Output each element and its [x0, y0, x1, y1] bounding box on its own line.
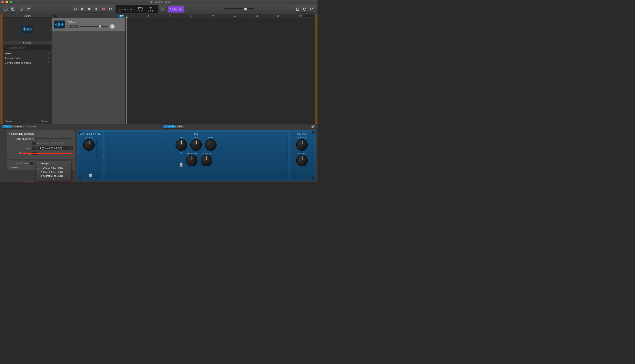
ambience-knob[interactable] — [296, 139, 308, 151]
library-toggle-button[interactable] — [2, 6, 9, 12]
category-electric-guitar-bass[interactable]: Electric Guitar and Bass — [3, 60, 52, 65]
bar-value: 1 — [124, 6, 126, 11]
window-minimize-button[interactable] — [6, 1, 8, 3]
quick-help-button[interactable]: ? — [9, 6, 16, 12]
horizontal-zoom-scroll[interactable] — [299, 15, 314, 17]
master-tab[interactable]: Master — [12, 125, 24, 128]
track-master-segment: Track Master — [2, 125, 24, 128]
track-volume-slider[interactable] — [80, 26, 108, 27]
window-title: Untitled - Tracks — [12, 1, 310, 4]
window-zoom-button[interactable] — [10, 1, 12, 3]
svg-point-6 — [21, 9, 22, 10]
svg-rect-8 — [88, 8, 90, 10]
chevron-right-icon — [48, 53, 50, 54]
edit-button[interactable] — [310, 125, 316, 128]
eq-toggle[interactable] — [180, 163, 183, 167]
revert-button[interactable]: Revert — [5, 120, 12, 123]
eq-on-led — [180, 152, 182, 154]
editors-toggle-button[interactable] — [25, 6, 32, 12]
input-monitor-button[interactable] — [75, 25, 79, 28]
eq-midfreq-knob[interactable] — [186, 155, 198, 166]
menu-item-input-3[interactable]: 3 (Clarett 2Pre USB) — [36, 174, 71, 178]
mute-button[interactable] — [67, 25, 70, 28]
tuner-button[interactable] — [159, 6, 166, 12]
cycle-button[interactable] — [107, 6, 114, 12]
timeline-grid[interactable] — [125, 18, 315, 124]
forward-button[interactable] — [79, 6, 86, 12]
count-in-button[interactable]: 1234 — [168, 6, 184, 12]
loops-button[interactable] — [301, 6, 308, 12]
noise-gate-checkbox[interactable] — [30, 162, 33, 165]
headphone-button[interactable] — [71, 25, 75, 28]
time-signature[interactable]: 4/4 — [149, 6, 152, 9]
input-label: Input: — [9, 147, 31, 150]
chevron-right-icon — [48, 57, 50, 59]
smart-controls-panel: Track Master Compare Controls EQ Recordi… — [0, 124, 318, 182]
svg-point-13 — [312, 8, 313, 9]
audio-waveform-icon — [54, 20, 65, 28]
controls-tab[interactable]: Controls — [163, 125, 176, 128]
monitoring-label: Monitoring: — [9, 152, 31, 155]
add-track-button[interactable]: + — [53, 14, 57, 18]
svg-point-20 — [77, 26, 78, 26]
eq-module: EQ LOW MID HIGH MID FREQ LOW CUT — [104, 132, 288, 179]
input-dropdown[interactable]: 1 (Clarett 2Pre USB) — [38, 146, 73, 150]
tracks-area: + 1 3 5 7 9 11 13 15 17 — [52, 14, 315, 124]
input-format-button[interactable] — [32, 146, 37, 150]
save-button[interactable]: Save... — [41, 120, 50, 123]
toolbar: ? 001.1 BARBEAT 120 TEMPO 4/4 — [0, 4, 318, 14]
svg-point-11 — [304, 8, 306, 10]
metronome-icon — [178, 8, 182, 10]
screw-icon — [78, 131, 81, 134]
reverb-knob[interactable] — [296, 155, 308, 166]
timeline-ruler[interactable]: 1 3 5 7 9 11 13 15 17 — [125, 14, 315, 18]
auto-level-label: Automatic Level Control — [37, 142, 63, 145]
library-panel: Library Sounds Search Sounds Voice Acous… — [3, 14, 52, 124]
menu-item-input-1[interactable]: 1 (Clarett 2Pre USB) — [36, 166, 71, 170]
svg-text:?: ? — [12, 8, 14, 10]
record-button[interactable] — [100, 6, 107, 12]
input-popup-menu: No Input 1 (Clarett 2Pre USB) 2 (Clarett… — [36, 161, 71, 181]
screw-icon — [312, 177, 315, 180]
compressor-module: COMPRESSOR AMOUNT — [79, 132, 102, 179]
auto-level-checkbox[interactable] — [32, 142, 36, 145]
window-close-button[interactable] — [1, 1, 4, 3]
menu-item-input-2[interactable]: 2 (Clarett 2Pre USB) — [36, 170, 71, 174]
smart-controls-toggle-button[interactable] — [18, 6, 25, 12]
media-browser-button[interactable] — [308, 6, 315, 12]
eq-high-knob[interactable] — [205, 139, 217, 151]
compressor-amount-knob[interactable] — [83, 139, 95, 151]
menu-item-no-input[interactable]: No Input — [36, 162, 71, 166]
pan-knob[interactable] — [110, 24, 115, 29]
track-filter-button[interactable] — [119, 14, 124, 18]
track-header-audio-1[interactable]: Audio 1 — [52, 18, 125, 31]
notepad-button[interactable] — [294, 6, 301, 12]
svg-line-15 — [7, 48, 8, 49]
plugins-disclosure[interactable]: Plug-ins — [11, 166, 18, 168]
eq-mid-knob[interactable] — [190, 139, 202, 151]
monitoring-button[interactable] — [32, 152, 37, 155]
eq-tab[interactable]: EQ — [176, 125, 184, 128]
rewind-button[interactable] — [72, 6, 79, 12]
record-level-slider[interactable] — [32, 138, 73, 139]
screw-icon — [78, 177, 81, 180]
eq-lowcut-knob[interactable] — [201, 155, 212, 166]
category-acoustic-guitar[interactable]: Acoustic Guitar — [3, 56, 52, 60]
compressor-toggle[interactable] — [89, 174, 92, 178]
library-preview — [3, 18, 52, 41]
eq-low-knob[interactable] — [176, 139, 187, 151]
search-sounds-input[interactable]: Search Sounds — [4, 46, 51, 50]
sends-module: SENDS AMBIENCE REVERB — [290, 132, 314, 179]
category-voice[interactable]: Voice — [3, 51, 52, 56]
tempo-value[interactable]: 120 — [138, 6, 142, 10]
titlebar: Untitled - Tracks — [0, 0, 318, 4]
beat-value: 1 — [130, 6, 132, 11]
wood-edge-right — [315, 14, 318, 124]
stop-button[interactable] — [86, 6, 93, 12]
key-signature[interactable]: Cmaj — [148, 9, 153, 12]
play-button[interactable] — [93, 6, 100, 12]
track-tab[interactable]: Track — [2, 125, 12, 128]
lcd-display[interactable]: 001.1 BARBEAT 120 TEMPO 4/4 Cmaj — [116, 5, 158, 13]
master-volume-slider[interactable] — [224, 8, 254, 10]
compare-button[interactable]: Compare — [26, 125, 36, 128]
